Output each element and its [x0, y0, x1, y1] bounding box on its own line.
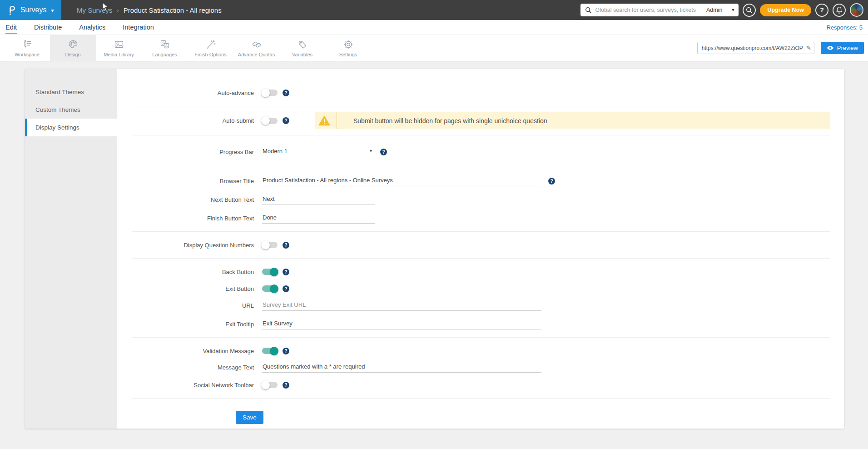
save-button[interactable]: Save [236, 411, 263, 424]
display-question-numbers-row: Display Question Numbers ? [117, 238, 844, 252]
finish-button-text-input[interactable] [262, 213, 375, 224]
search-icon [746, 7, 753, 14]
help-icon[interactable]: ? [283, 117, 289, 124]
search-scope-dropdown[interactable]: ▼ [727, 4, 739, 16]
surveys-menu-button[interactable]: Surveys ▼ [0, 0, 61, 20]
toolbar-item-settings[interactable]: Settings [325, 35, 371, 61]
chevron-down-icon: ▼ [50, 8, 55, 13]
toolbar-right: ✎ Preview [697, 35, 864, 61]
browser-title-input[interactable] [262, 176, 541, 186]
help-icon[interactable]: ? [283, 269, 289, 275]
field-label: Progress Bar [117, 149, 262, 155]
social-network-toolbar-row: Social Network Toolbar ? [117, 378, 844, 392]
design-settings-card: Standard Themes Custom Themes Display Se… [25, 69, 844, 429]
breadcrumb-my-surveys[interactable]: My Surveys [77, 6, 112, 14]
progress-bar-select[interactable]: Modern 1 ▼ [262, 147, 373, 157]
auto-advance-row: Auto-advance ? [117, 85, 844, 100]
survey-url-input[interactable] [702, 45, 806, 51]
tab-integration[interactable]: Integration [123, 21, 154, 34]
toolbar-item-workspace[interactable]: Workspace [4, 35, 50, 61]
toolbar-item-languages[interactable]: 文 A Languages [142, 35, 188, 61]
field-label: Back Button [117, 269, 262, 275]
search-box[interactable]: Admin [580, 4, 727, 16]
toolbar-item-label: Finish Options [194, 52, 226, 57]
next-button-text-row: Next Button Text [117, 192, 844, 207]
warning-divider [337, 112, 337, 129]
field-label: Auto-submit [117, 117, 262, 124]
content-area: Standard Themes Custom Themes Display Se… [0, 61, 868, 449]
field-label: Auto-advance [117, 90, 262, 96]
message-text-row: Message Text [117, 360, 844, 374]
auto-submit-toggle[interactable] [262, 118, 278, 124]
sidebar-item-custom-themes[interactable]: Custom Themes [25, 101, 117, 119]
message-text-input[interactable] [262, 362, 541, 373]
chain-links-icon [251, 39, 262, 50]
section-divider [132, 231, 830, 232]
palette-icon [68, 39, 79, 50]
progress-bar-row: Progress Bar Modern 1 ▼ ? [117, 145, 844, 159]
warning-text: Submit button will be hidden for pages w… [353, 117, 547, 125]
tab-analytics[interactable]: Analytics [79, 21, 105, 34]
help-icon[interactable]: ? [283, 242, 289, 249]
help-icon[interactable]: ? [283, 348, 289, 354]
tab-distribute[interactable]: Distribute [34, 21, 62, 34]
sidebar-item-display-settings[interactable]: Display Settings [25, 119, 117, 136]
questionpro-logo-icon [7, 5, 17, 15]
validation-message-toggle[interactable] [262, 348, 278, 354]
sidebar-item-standard-themes[interactable]: Standard Themes [25, 83, 117, 101]
tab-edit[interactable]: Edit [5, 21, 17, 34]
back-button-toggle[interactable] [262, 269, 278, 275]
next-button-text-input[interactable] [262, 195, 375, 205]
responses-count[interactable]: Responses: 5 [827, 24, 863, 31]
edit-toolbar: Workspace Design Media Library 文 A Langu… [0, 35, 868, 61]
breadcrumb: My Surveys › Product Satisfaction - All … [77, 6, 222, 14]
auto-submit-row: Auto-submit ? Submit button will be hidd… [117, 112, 844, 129]
survey-url-box[interactable]: ✎ [697, 42, 814, 54]
bell-icon [836, 6, 843, 14]
toolbar-item-advance-quotas[interactable]: Advance Quotas [233, 35, 279, 61]
toolbar-item-label: Settings [339, 52, 357, 57]
image-icon [114, 39, 124, 50]
field-label: Social Network Toolbar [117, 382, 262, 389]
field-label: Validation Message [117, 348, 262, 354]
preview-button[interactable]: Preview [821, 42, 864, 54]
field-label: Message Text [117, 364, 262, 371]
social-network-toolbar-toggle[interactable] [262, 382, 278, 388]
help-icon[interactable]: ? [283, 285, 289, 292]
display-question-numbers-toggle[interactable] [262, 242, 278, 248]
toolbar-item-finish-options[interactable]: Finish Options [188, 35, 233, 61]
page-title: Product Satisfaction - All regions [124, 6, 222, 14]
auto-advance-toggle[interactable] [262, 90, 278, 96]
global-search: Admin ▼ [580, 4, 739, 16]
breadcrumb-separator: › [117, 7, 119, 14]
progress-bar-value: Modern 1 [263, 148, 288, 155]
auto-submit-warning: Submit button will be hidden for pages w… [315, 112, 830, 129]
notifications-button[interactable] [833, 4, 846, 17]
upgrade-now-button[interactable]: Upgrade Now [760, 4, 811, 16]
toggle-knob [261, 381, 270, 389]
toggle-knob [261, 89, 270, 97]
search-scope-label[interactable]: Admin [706, 7, 722, 13]
exit-button-toggle[interactable] [262, 285, 278, 292]
help-icon[interactable]: ? [283, 90, 289, 96]
exit-url-input[interactable] [262, 300, 541, 311]
help-button[interactable]: ? [815, 4, 828, 17]
exit-button-row: Exit Button ? [117, 281, 844, 296]
exit-tooltip-input[interactable] [262, 319, 541, 329]
finish-button-text-row: Finish Button Text [117, 211, 844, 225]
toolbar-item-design[interactable]: Design [50, 35, 96, 61]
help-icon[interactable]: ? [283, 382, 289, 389]
field-label: Exit Button [117, 285, 262, 292]
tag-icon [297, 39, 308, 50]
edit-pencil-icon[interactable]: ✎ [806, 45, 811, 51]
toolbar-item-variables[interactable]: Variables [279, 35, 325, 61]
user-avatar[interactable] [850, 3, 863, 17]
toolbar-item-label: Media Library [104, 52, 134, 57]
help-icon[interactable]: ? [380, 149, 387, 155]
toolbar-item-media-library[interactable]: Media Library [96, 35, 142, 61]
search-submit-button[interactable] [743, 4, 756, 17]
field-label: Next Button Text [117, 196, 262, 203]
brand-label: Surveys [20, 6, 47, 14]
help-icon[interactable]: ? [548, 178, 555, 185]
search-input[interactable] [595, 7, 704, 13]
